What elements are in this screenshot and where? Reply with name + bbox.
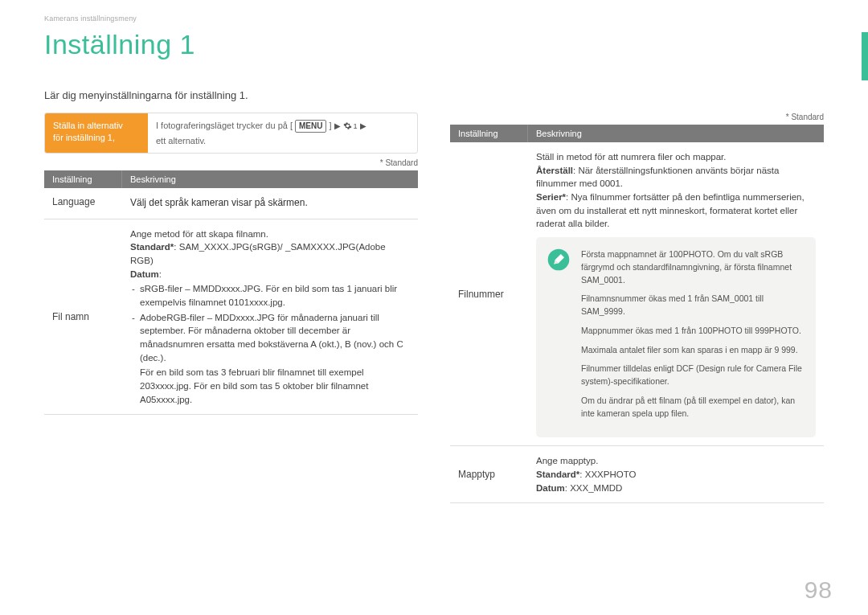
row-desc: Ange mapptyp. Standard*: XXXPHOTO Datum:… <box>528 446 824 502</box>
datum-label: Datum <box>130 269 159 279</box>
arrow-icon: ▶ <box>334 121 341 132</box>
columns: Ställa in alternativ för inställning 1, … <box>44 113 824 503</box>
series-label: Serier* <box>536 192 566 202</box>
callout-left-line2: för inställning 1, <box>53 133 115 142</box>
standard-label: Standard* <box>536 469 579 479</box>
callout-right-prefix: I fotograferingsläget trycker du på [ <box>156 120 293 132</box>
filename-intro: Ange metod för att skapa filnamn. <box>130 228 410 241</box>
callout-left-line1: Ställa in alternativ <box>53 121 123 130</box>
filename-standard: Standard*: SAM_XXXX.JPG(sRGB)/ _SAMXXXX.… <box>130 240 410 267</box>
note-body: Första mappnamnet är 100PHOTO. Om du val… <box>581 248 805 426</box>
list-item: sRGB-filer – MMDDxxxx.JPG. För en bild s… <box>130 282 410 309</box>
table-row: Mapptyp Ange mapptyp. Standard*: XXXPHOT… <box>450 446 824 503</box>
filenumber-intro: Ställ in metod för att numrera filer och… <box>536 150 816 164</box>
series-text: : Nya filnummer fortsätter på den befint… <box>536 192 805 228</box>
row-desc: Ange metod för att skapa filnamn. Standa… <box>122 219 418 415</box>
standard-label: Standard* <box>130 242 174 252</box>
callout-right-suffix: ett alternativ. <box>156 135 206 147</box>
page-number: 98 <box>805 576 833 604</box>
page-title: Inställning 1 <box>44 29 824 60</box>
th-desc: Beskrivning <box>528 125 824 142</box>
datum-colon: : <box>159 269 162 279</box>
callout-left: Ställa in alternativ för inställning 1, <box>45 113 148 153</box>
datum-after: För en bild som tas 3 februari blir filn… <box>130 366 410 406</box>
footnote-right: * Standard <box>450 113 824 121</box>
datum-text: : XXX_MMDD <box>565 483 623 493</box>
datum-label: Datum <box>536 483 565 493</box>
callout-right: I fotograferingsläget trycker du på [ ME… <box>148 113 417 153</box>
filenumber-series: Serier*: Nya filnummer fortsätter på den… <box>536 191 816 231</box>
note-line: Mappnummer ökas med 1 från 100PHOTO till… <box>581 325 805 338</box>
footnote-left: * Standard <box>44 158 418 167</box>
page: Kamerans inställningsmeny Inställning 1 … <box>0 0 868 615</box>
left-column: Ställa in alternativ för inställning 1, … <box>44 113 418 503</box>
arrow-icon: ▶ <box>360 121 366 132</box>
note-line: Om du ändrar på ett filnam (på till exem… <box>581 395 805 420</box>
menu-chip: MENU <box>295 120 326 133</box>
filename-datum: Datum: <box>130 268 410 281</box>
intro-text: Lär dig menyinställningarna för inställn… <box>44 89 824 101</box>
right-table-header: Inställning Beskrivning <box>450 125 824 142</box>
callout-box: Ställa in alternativ för inställning 1, … <box>44 113 418 154</box>
table-row: Language Välj det språk kameran visar på… <box>44 188 418 219</box>
note-line: Filnummer tilldelas enligt DCF (Design r… <box>581 363 805 388</box>
th-setting: Inställning <box>450 125 528 142</box>
list-item: AdobeRGB-filer – MDDxxxx.JPG för månader… <box>130 311 410 365</box>
side-tab <box>862 32 868 80</box>
row-label: Fil namn <box>44 219 122 415</box>
pen-icon <box>547 248 570 271</box>
row-desc: Ställ in metod för att numrera filer och… <box>528 142 824 445</box>
gear-icon <box>343 121 352 130</box>
right-column: * Standard Inställning Beskrivning Filnu… <box>450 113 824 503</box>
gear-num: 1 <box>354 121 358 131</box>
datum-list: sRGB-filer – MMDDxxxx.JPG. För en bild s… <box>130 282 410 364</box>
row-desc: Välj det språk kameran visar på skärmen. <box>122 188 418 218</box>
foldertype-intro: Ange mapptyp. <box>536 454 816 468</box>
reset-label: Återställ <box>536 166 573 175</box>
table-row: Filnummer Ställ in metod för att numrera… <box>450 142 824 446</box>
row-label: Filnummer <box>450 142 528 445</box>
foldertype-standard: Standard*: XXXPHOTO <box>536 468 816 482</box>
standard-text: : XXXPHOTO <box>579 469 636 479</box>
row-label: Language <box>44 188 122 218</box>
left-table-header: Inställning Beskrivning <box>44 170 418 188</box>
row-label: Mapptyp <box>450 446 528 502</box>
table-row: Fil namn Ange metod för att skapa filnam… <box>44 219 418 416</box>
note-line: Filnamnsnummer ökas med 1 från SAM_0001 … <box>581 293 805 318</box>
callout-right-mid: ] <box>329 120 331 132</box>
note-line: Första mappnamnet är 100PHOTO. Om du val… <box>581 248 805 286</box>
th-setting: Inställning <box>44 170 122 188</box>
note-box: Första mappnamnet är 100PHOTO. Om du val… <box>536 237 816 437</box>
reset-text: : När återställningsfunktionen använts b… <box>536 166 779 189</box>
gear-badge: 1 <box>343 121 358 131</box>
filenumber-reset: Återställ: När återställningsfunktionen … <box>536 164 816 191</box>
note-icon <box>547 248 570 426</box>
breadcrumb: Kamerans inställningsmeny <box>44 14 824 23</box>
th-desc: Beskrivning <box>122 170 418 188</box>
note-line: Maximala antalet filer som kan sparas i … <box>581 344 805 357</box>
foldertype-datum: Datum: XXX_MMDD <box>536 482 816 495</box>
